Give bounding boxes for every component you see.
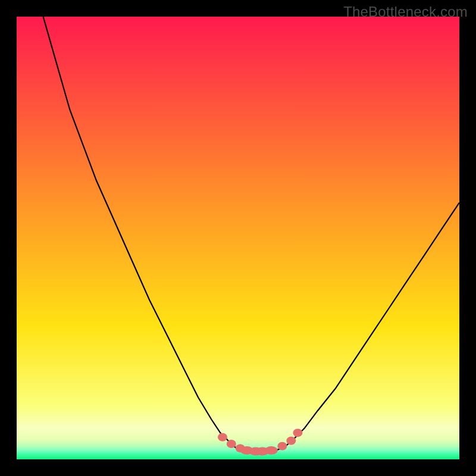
curve-marker — [293, 428, 302, 437]
curve-marker — [218, 433, 227, 441]
watermark-text: TheBottleneck.com — [343, 4, 468, 20]
chart-frame: TheBottleneck.com — [0, 0, 476, 476]
curve-marker — [227, 440, 236, 448]
curve-marker — [286, 437, 296, 445]
curve-marker — [265, 446, 278, 455]
curve-marker — [277, 442, 287, 450]
bottleneck-curve — [17, 17, 459, 459]
plot-area — [17, 17, 459, 459]
